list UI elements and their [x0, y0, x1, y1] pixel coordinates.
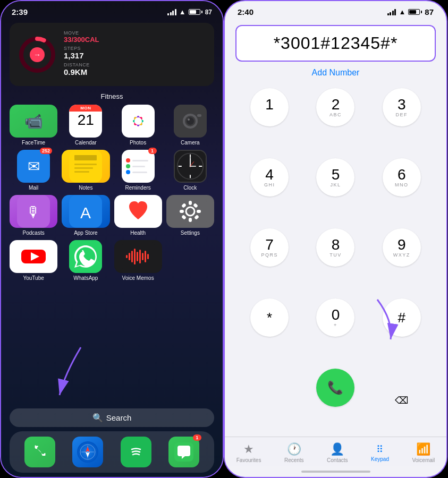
app-grid-row3: 🎙 Podcasts A App Store Health: [1, 195, 223, 236]
app-clock[interactable]: Clock: [166, 150, 214, 191]
app-camera[interactable]: Camera: [166, 105, 214, 146]
dock-safari[interactable]: [72, 437, 103, 467]
svg-text:🎙: 🎙: [26, 204, 41, 220]
right-wifi-icon: ▲: [399, 8, 405, 16]
left-battery: 87: [205, 8, 212, 16]
svg-rect-42: [180, 210, 184, 213]
svg-rect-38: [174, 195, 207, 228]
svg-rect-19: [74, 155, 97, 160]
app-photos[interactable]: Photos: [114, 105, 162, 146]
app-grid-row2: ✉ 252 Mail Notes 1: [1, 150, 223, 191]
left-time: 2:39: [12, 7, 28, 16]
tab-voicemail[interactable]: 📶 Voicemail: [412, 442, 435, 463]
tab-favourites[interactable]: ★ Favourites: [236, 442, 261, 463]
svg-point-68: [126, 442, 146, 462]
svg-rect-22: [74, 171, 89, 173]
key-5[interactable]: 5 JKL: [316, 158, 354, 197]
dock-messages[interactable]: 1: [168, 437, 199, 467]
svg-rect-55: [131, 251, 133, 262]
dock-safari-icon: [72, 437, 103, 467]
app-facetime[interactable]: 📹 FaceTime: [10, 105, 57, 146]
wifi-icon: ▲: [179, 8, 186, 16]
tab-recents[interactable]: 🕐 Recents: [284, 442, 304, 463]
app-voicememos[interactable]: Voice Memos: [114, 240, 162, 281]
key-8[interactable]: 8 TUV: [316, 228, 354, 267]
app-health[interactable]: Health: [114, 195, 162, 236]
dock-phone[interactable]: [24, 437, 55, 467]
app-reminders[interactable]: 1 Reminders: [114, 150, 162, 191]
dock-spotify[interactable]: [121, 437, 151, 467]
tab-contacts[interactable]: 👤 Contacts: [327, 442, 348, 463]
svg-point-15: [187, 117, 194, 125]
key-0[interactable]: 0 +: [316, 298, 354, 337]
svg-rect-57: [137, 252, 138, 261]
right-phone: 2:40 ▲ 87 *3001#12345#* Add Number 1: [224, 0, 447, 478]
search-bar[interactable]: 🔍 Search: [10, 408, 214, 427]
svg-rect-53: [126, 255, 128, 258]
keypad-icon: ⠿: [376, 443, 383, 455]
svg-rect-21: [74, 167, 93, 169]
key-6[interactable]: 6 MNO: [383, 158, 421, 197]
svg-rect-18: [69, 150, 102, 183]
app-youtube[interactable]: YouTube: [10, 240, 57, 281]
svg-rect-59: [142, 253, 143, 260]
key-star[interactable]: *: [250, 298, 289, 337]
key-hash[interactable]: #: [383, 298, 421, 337]
right-status-bar: 2:40 ▲ 87: [225, 1, 446, 19]
app-appstore[interactable]: A App Store: [62, 195, 109, 236]
svg-rect-20: [74, 164, 97, 165]
dock-messages-icon: 1: [168, 437, 199, 467]
left-status-bar: 2:39 ▲ 87: [1, 1, 223, 19]
call-button[interactable]: 📞: [316, 369, 354, 407]
search-icon: 🔍: [92, 413, 103, 423]
right-battery: 87: [425, 7, 434, 16]
key-2[interactable]: 2 ABC: [316, 88, 354, 126]
app-mail[interactable]: ✉ 252 Mail: [10, 150, 57, 191]
fitness-widget[interactable]: → MOVE 33/300CAL STEPS 1,317 DISTANCE 0.…: [10, 23, 214, 86]
contacts-icon: 👤: [330, 442, 344, 456]
activity-ring: →: [18, 36, 56, 74]
key-1[interactable]: 1 .: [250, 88, 289, 126]
fitness-label: Fitness: [1, 92, 223, 100]
home-indicator: [225, 466, 446, 477]
right-battery-icon: [408, 9, 422, 15]
svg-rect-43: [197, 210, 201, 213]
left-phone: 2:39 ▲ 87 → MOVE: [0, 0, 224, 478]
tab-keypad[interactable]: ⠿ Keypad: [371, 443, 389, 462]
right-time: 2:40: [238, 7, 253, 16]
recents-icon: 🕐: [287, 442, 301, 456]
key-empty-left: [250, 369, 289, 407]
dialer-number: *3001#12345#*: [247, 33, 424, 53]
svg-rect-56: [134, 249, 136, 264]
svg-rect-60: [145, 251, 146, 262]
key-3[interactable]: 3 DEF: [383, 88, 421, 126]
dock: 1: [10, 431, 214, 473]
dock-area: 🔍 Search: [1, 404, 223, 477]
svg-point-16: [188, 118, 190, 121]
app-grid-row4: YouTube WhatsApp: [1, 240, 223, 281]
svg-rect-40: [189, 201, 192, 205]
app-notes[interactable]: Notes: [62, 150, 109, 191]
ring-arrow: →: [30, 47, 45, 62]
add-number-button[interactable]: Add Number: [225, 66, 446, 84]
app-calendar[interactable]: MON 21 Calendar: [62, 105, 109, 146]
app-settings[interactable]: Settings: [166, 195, 214, 236]
dock-spotify-icon: [121, 437, 151, 467]
key-4[interactable]: 4 GHI: [250, 158, 289, 197]
app-whatsapp[interactable]: WhatsApp: [62, 240, 109, 281]
signal-icon: [167, 9, 176, 15]
svg-rect-41: [189, 218, 192, 222]
key-7[interactable]: 7 PQRS: [250, 228, 289, 267]
key-9[interactable]: 9 WXYZ: [383, 228, 421, 267]
right-signal-icon: [387, 9, 396, 15]
svg-point-11: [134, 117, 142, 125]
battery-icon: [189, 9, 202, 15]
delete-key[interactable]: ⌫: [383, 381, 421, 420]
svg-rect-54: [129, 253, 130, 260]
svg-rect-58: [139, 250, 141, 263]
fitness-stats: MOVE 33/300CAL STEPS 1,317 DISTANCE 0.9K…: [64, 30, 206, 79]
svg-text:A: A: [80, 204, 91, 221]
voicemail-icon: 📶: [416, 442, 430, 456]
bottom-tabs: ★ Favourites 🕐 Recents 👤 Contacts ⠿ Keyp…: [225, 437, 446, 466]
app-podcasts[interactable]: 🎙 Podcasts: [10, 195, 57, 236]
